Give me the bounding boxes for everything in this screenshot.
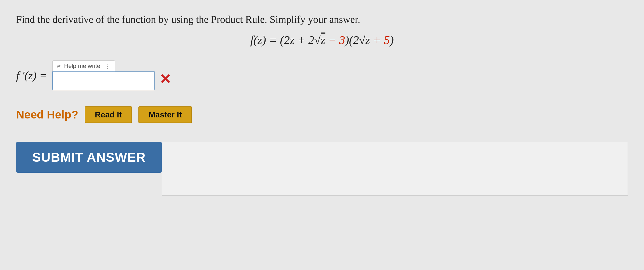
answer-row: f ′(z) = ✏ Help me write ⋮ ✕ [16, 60, 628, 90]
answer-input[interactable] [52, 71, 155, 90]
read-it-button[interactable]: Read It [85, 106, 132, 123]
x-mark-icon: ✕ [159, 73, 171, 87]
submit-section: SUBMIT ANSWER [16, 142, 628, 196]
dots-icon: ⋮ [105, 62, 111, 70]
pencil-icon: ✏ [55, 62, 62, 70]
input-wrapper: ✏ Help me write ⋮ [52, 60, 155, 90]
master-it-button[interactable]: Master It [138, 106, 192, 123]
right-panel [162, 142, 628, 196]
problem-instruction: Find the derivative of the function by u… [16, 13, 628, 25]
need-help-label: Need Help? [16, 108, 78, 121]
f-prime-label: f ′(z) = [16, 69, 47, 82]
need-help-row: Need Help? Read It Master It [16, 106, 628, 123]
submit-answer-button[interactable]: SUBMIT ANSWER [16, 142, 162, 173]
function-equation: f(z) = (2z + 2√z − 3)(2√z + 5) [250, 34, 394, 47]
help-toolbar: ✏ Help me write ⋮ [52, 60, 115, 71]
function-display: f(z) = (2z + 2√z − 3)(2√z + 5) [16, 33, 628, 47]
help-me-write-label: Help me write [64, 63, 100, 70]
main-container: Find the derivative of the function by u… [0, 0, 644, 270]
